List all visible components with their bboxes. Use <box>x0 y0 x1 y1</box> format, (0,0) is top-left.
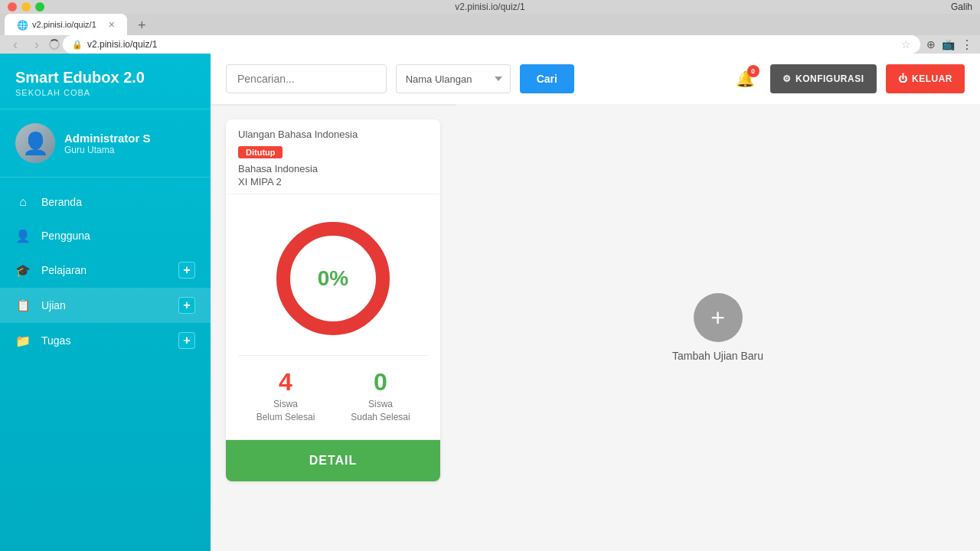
browser-titlebar: v2.pinisi.io/quiz/1 Galih <box>0 0 980 14</box>
stat-not-done-number: 4 <box>238 368 333 396</box>
logout-icon: ⏻ <box>898 73 908 84</box>
plus-icon: + <box>710 304 725 332</box>
back-btn[interactable]: ‹ <box>6 35 24 54</box>
stat-not-done-label2: Belum Selesai <box>256 412 315 422</box>
notification-badge: 0 <box>747 65 760 77</box>
stat-done-number: 0 <box>333 368 428 396</box>
new-tab-btn[interactable]: + <box>133 16 151 35</box>
stat-not-done: 4 Siswa Belum Selesai <box>238 368 333 424</box>
keluar-label: KELUAR <box>912 73 952 84</box>
tugas-plus-btn[interactable]: + <box>178 332 195 349</box>
content-area: Ulangan Bahasa Indonesia Ditutup Bahasa … <box>211 104 980 551</box>
browser-chrome: v2.pinisi.io/quiz/1 Galih 🌐 v2.pinisi.io… <box>0 0 980 54</box>
donut-chart: 0% <box>272 217 394 340</box>
tasks-icon: 📁 <box>15 333 31 348</box>
reload-spinner <box>49 39 60 50</box>
card-title: Ulangan Bahasa Indonesia <box>238 129 428 140</box>
sidebar-item-label-tugas: Tugas <box>41 334 70 347</box>
education-icon: 🎓 <box>15 262 31 278</box>
topbar: Nama Ulangan Mata Pelajaran Kelas Cari 🔔… <box>211 54 980 104</box>
stat-not-done-label1: Siswa <box>273 399 298 409</box>
avatar-icon: 👤 <box>22 131 49 156</box>
sidebar-item-ujian[interactable]: 📋 Ujian + <box>0 288 211 323</box>
forward-btn[interactable]: › <box>28 35 46 54</box>
address-star-icon[interactable]: ☆ <box>901 38 911 51</box>
quiz-card: Ulangan Bahasa Indonesia Ditutup Bahasa … <box>226 119 440 481</box>
add-new-exam-btn[interactable]: + Tambah Ujian Baru <box>672 293 763 362</box>
gear-icon: ⚙ <box>782 73 792 84</box>
donut-chart-container: 0% <box>226 194 440 355</box>
exam-icon: 📋 <box>15 298 31 313</box>
stat-not-done-label: Siswa Belum Selesai <box>238 398 333 424</box>
maximize-dot[interactable] <box>35 2 44 11</box>
detail-button[interactable]: DETAIL <box>226 440 440 481</box>
sidebar-profile: 👤 Administrator S Guru Utama <box>0 109 211 178</box>
sidebar-item-beranda[interactable]: ⌂ Beranda <box>0 185 211 219</box>
browser-tab-active[interactable]: 🌐 v2.pinisi.io/quiz/1 × <box>5 14 127 35</box>
sidebar-item-tugas[interactable]: 📁 Tugas + <box>0 323 211 358</box>
stat-done-label: Siswa Sudah Selesai <box>333 398 428 424</box>
brand-title: Smart Edubox 2.0 <box>15 69 195 86</box>
card-header: Ulangan Bahasa Indonesia Ditutup Bahasa … <box>226 119 440 194</box>
stat-done: 0 Siswa Sudah Selesai <box>333 368 428 424</box>
keluar-button[interactable]: ⏻ KELUAR <box>886 64 965 93</box>
browser-dots <box>8 2 44 11</box>
add-new-label: Tambah Ujian Baru <box>672 350 763 362</box>
extensions-icon[interactable]: ⊕ <box>926 38 936 51</box>
brand-subtitle: SEKOLAH COBA <box>15 88 195 97</box>
ujian-plus-btn[interactable]: + <box>178 297 195 314</box>
sidebar-item-label-beranda: Beranda <box>41 196 82 208</box>
avatar-inner: 👤 <box>15 123 55 163</box>
sidebar-item-pelajaran[interactable]: 🎓 Pelajaran + <box>0 253 211 288</box>
status-badge: Ditutup <box>238 146 283 158</box>
sidebar-brand: Smart Edubox 2.0 SEKOLAH COBA <box>0 54 211 109</box>
browser-user-label: Galih <box>951 2 972 12</box>
avatar: 👤 <box>15 123 55 163</box>
profile-role: Guru Utama <box>64 145 151 155</box>
tab-favicon-icon: 🌐 <box>17 20 26 29</box>
search-input[interactable] <box>226 64 387 93</box>
profile-info: Administrator S Guru Utama <box>64 132 151 155</box>
address-lock-icon: 🔒 <box>72 40 83 50</box>
tab-close-btn[interactable]: × <box>109 18 115 31</box>
menu-dots-icon[interactable]: ⋮ <box>961 37 974 52</box>
search-button[interactable]: Cari <box>520 64 574 93</box>
close-dot[interactable] <box>8 2 17 11</box>
filter-dropdown[interactable]: Nama Ulangan Mata Pelajaran Kelas <box>396 64 511 93</box>
app-container: Smart Edubox 2.0 SEKOLAH COBA 👤 Administ… <box>0 54 980 551</box>
tab-url-label: v2.pinisi.io/quiz/1 <box>32 20 96 29</box>
cast-icon[interactable]: 📺 <box>942 38 955 51</box>
donut-percentage: 0% <box>318 266 348 291</box>
add-new-panel: + Tambah Ujian Baru <box>456 104 980 551</box>
add-circle-icon: + <box>694 293 743 342</box>
address-bar: ‹ › 🔒 v2.pinisi.io/quiz/1 ☆ ⊕ 📺 ⋮ <box>0 35 980 54</box>
address-input[interactable]: 🔒 v2.pinisi.io/quiz/1 ☆ <box>63 35 920 54</box>
home-icon: ⌂ <box>15 194 31 210</box>
browser-window-title: v2.pinisi.io/quiz/1 <box>455 2 524 12</box>
konfigurasi-button[interactable]: ⚙ KONFIGURASI <box>770 64 877 93</box>
profile-name: Administrator S <box>64 132 151 145</box>
notification-btn[interactable]: 🔔 0 <box>730 64 761 94</box>
sidebar-item-label-pengguna: Pengguna <box>41 230 90 242</box>
browser-tabs: 🌐 v2.pinisi.io/quiz/1 × + <box>0 14 980 35</box>
card-stats: 4 Siswa Belum Selesai 0 Siswa Sudah Sele… <box>238 355 428 433</box>
stat-done-label2: Sudah Selesai <box>351 412 410 422</box>
card-class: XI MIPA 2 <box>238 176 428 187</box>
sidebar-item-pengguna[interactable]: 👤 Pengguna <box>0 219 211 253</box>
sidebar-item-label-ujian: Ujian <box>41 299 66 311</box>
pelajaran-plus-btn[interactable]: + <box>178 262 195 279</box>
minimize-dot[interactable] <box>21 2 31 11</box>
sidebar-item-label-pelajaran: Pelajaran <box>41 264 87 276</box>
card-subject: Bahasa Indonesia <box>238 163 428 174</box>
sidebar: Smart Edubox 2.0 SEKOLAH COBA 👤 Administ… <box>0 54 211 551</box>
sidebar-navigation: ⌂ Beranda 👤 Pengguna 🎓 Pelajaran + 📋 Uji… <box>0 178 211 366</box>
main-content: Nama Ulangan Mata Pelajaran Kelas Cari 🔔… <box>211 54 980 551</box>
konfigurasi-label: KONFIGURASI <box>795 73 864 84</box>
stat-done-label1: Siswa <box>368 399 393 409</box>
quiz-list: Ulangan Bahasa Indonesia Ditutup Bahasa … <box>211 104 456 551</box>
address-text: v2.pinisi.io/quiz/1 <box>87 39 157 50</box>
user-icon: 👤 <box>15 228 31 243</box>
